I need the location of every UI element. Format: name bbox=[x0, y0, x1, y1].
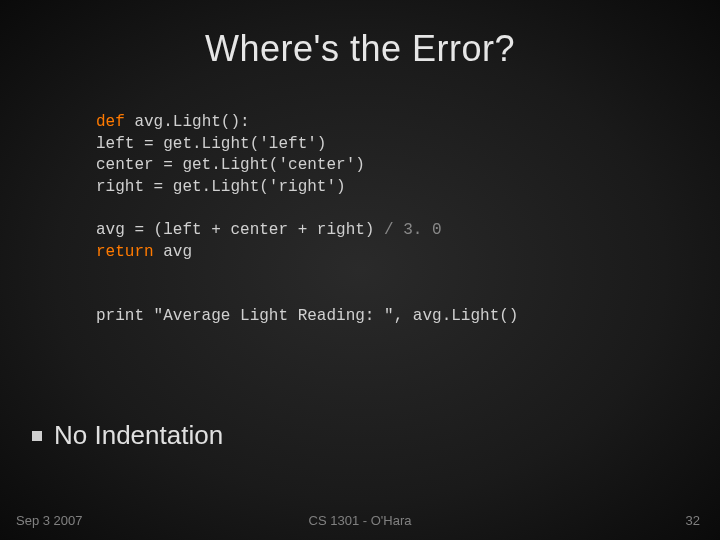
code-block: def avg.Light(): left = get.Light('left'… bbox=[96, 112, 720, 328]
footer-date: Sep 3 2007 bbox=[16, 513, 83, 528]
slide: Where's the Error? def avg.Light(): left… bbox=[0, 0, 720, 540]
code-kw-def: def bbox=[96, 113, 125, 131]
bullet-text: No Indentation bbox=[54, 420, 223, 451]
bullet-item: No Indentation bbox=[32, 420, 223, 451]
code-l5-sp bbox=[394, 221, 404, 239]
code-l4: right = get.Light('right') bbox=[96, 178, 346, 196]
code-l3: center = get.Light('center') bbox=[96, 156, 365, 174]
code-l7b: "Average Light Reading: ", avg.Light() bbox=[154, 307, 519, 325]
code-l5a: avg = (left + center + right) bbox=[96, 221, 384, 239]
code-l7a: print bbox=[96, 307, 154, 325]
code-l5-op: / bbox=[384, 221, 394, 239]
code-l5-num: 3. 0 bbox=[403, 221, 441, 239]
footer-page-number: 32 bbox=[686, 513, 700, 528]
code-l1b: avg.Light(): bbox=[125, 113, 250, 131]
code-l2: left = get.Light('left') bbox=[96, 135, 326, 153]
footer-course: CS 1301 - O'Hara bbox=[309, 513, 412, 528]
code-l6b: avg bbox=[154, 243, 192, 261]
code-kw-return: return bbox=[96, 243, 154, 261]
bullet-square-icon bbox=[32, 431, 42, 441]
slide-title: Where's the Error? bbox=[0, 0, 720, 70]
